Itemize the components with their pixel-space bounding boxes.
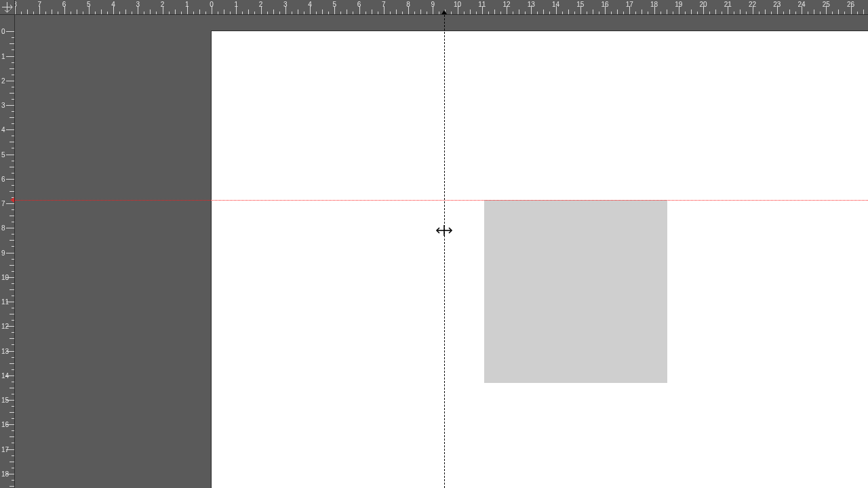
- ruler-h-tick-minor: [279, 12, 280, 14]
- ruler-h-tick-minor: [45, 12, 46, 14]
- ruler-v-label: 8: [1, 224, 5, 232]
- ruler-h-tick-minor: [328, 12, 329, 14]
- ruler-h-label: 17: [626, 1, 633, 8]
- ruler-h-tick-minor: [304, 12, 304, 14]
- ruler-h-tick-minor: [673, 12, 673, 14]
- ruler-v-tick-minor: [12, 443, 14, 443]
- guide-marker-horizontal[interactable]: [10, 197, 14, 203]
- vertical-guide[interactable]: [444, 15, 445, 488]
- ruler-h-label: 7: [382, 1, 386, 8]
- ruler-h-tick-minor: [635, 12, 636, 14]
- ruler-h-tick-minor: [494, 9, 495, 14]
- ruler-h-tick-minor: [77, 9, 77, 14]
- ruler-v-label: 5: [1, 150, 5, 158]
- ruler-v-tick-minor: [12, 308, 14, 308]
- ruler-v-tick-minor: [9, 314, 14, 314]
- ruler-v-tick-minor: [9, 436, 14, 437]
- ruler-v-tick-major: [6, 155, 14, 155]
- ruler-h-tick-minor: [648, 12, 648, 14]
- ruler-h-tick-minor: [402, 12, 403, 14]
- ruler-v-label: 3: [1, 102, 5, 109]
- ruler-h-label: 22: [749, 1, 756, 8]
- ruler-h-label: 13: [528, 1, 535, 8]
- ruler-h-tick-minor: [71, 12, 71, 14]
- ruler-h-tick-minor: [254, 12, 255, 14]
- ruler-origin-corner[interactable]: [0, 0, 15, 15]
- ruler-vertical[interactable]: 012345678910111213141516171819: [0, 15, 15, 488]
- ruler-v-tick-minor: [12, 62, 14, 63]
- ruler-v-tick-major: [6, 56, 14, 57]
- ruler-v-tick-minor: [12, 468, 14, 468]
- ruler-v-tick-minor: [12, 99, 14, 100]
- ruler-h-tick-minor: [734, 12, 734, 14]
- ruler-h-tick-minor: [574, 12, 575, 14]
- ruler-h-tick-minor: [316, 12, 317, 14]
- ruler-h-tick-minor: [273, 9, 274, 14]
- ruler-h-label: 10: [454, 1, 461, 8]
- ruler-h-tick-minor: [519, 9, 519, 14]
- ruler-h-tick-minor: [181, 12, 182, 14]
- ruler-h-label: 5: [87, 1, 91, 8]
- canvas-area[interactable]: [15, 15, 868, 488]
- ruler-v-label: 0: [1, 28, 5, 35]
- ruler-h-tick-minor: [353, 12, 353, 14]
- ruler-h-tick-minor: [715, 9, 716, 14]
- ruler-h-tick-minor: [832, 12, 833, 14]
- ruler-v-tick-minor: [9, 338, 14, 339]
- ruler-h-tick-minor: [156, 12, 157, 14]
- ruler-v-tick-minor: [9, 216, 14, 216]
- ruler-h-label: 3: [136, 1, 140, 8]
- ruler-h-tick-minor: [340, 12, 341, 14]
- ruler-v-tick-minor: [12, 382, 14, 382]
- ruler-h-tick-minor: [125, 9, 126, 14]
- grey-rectangle[interactable]: [484, 200, 667, 383]
- ruler-h-label: 21: [724, 1, 732, 8]
- ruler-v-tick-minor: [12, 49, 14, 50]
- guide-marker-vertical[interactable]: [441, 10, 447, 14]
- ruler-v-tick-minor: [12, 283, 14, 284]
- ruler-v-tick-minor: [9, 412, 14, 413]
- ruler-h-tick-minor: [390, 12, 391, 14]
- ruler-h-tick-minor: [464, 12, 465, 14]
- ruler-h-tick-minor: [248, 9, 249, 14]
- ruler-v-label: 7: [1, 200, 5, 207]
- ruler-h-tick-minor: [783, 12, 784, 14]
- ruler-v-label: 4: [1, 126, 5, 134]
- ruler-h-tick-minor: [52, 9, 52, 14]
- ruler-h-label: 8: [15, 1, 17, 8]
- ruler-v-tick-minor: [12, 320, 14, 321]
- ruler-v-tick-minor: [9, 486, 14, 487]
- ruler-h-tick-minor: [439, 12, 439, 14]
- ruler-v-tick-major: [6, 253, 14, 253]
- ruler-h-label: 11: [478, 1, 486, 8]
- ruler-h-tick-minor: [372, 9, 372, 14]
- horizontal-guide[interactable]: [15, 200, 868, 201]
- ruler-h-tick-minor: [771, 12, 772, 14]
- ruler-h-tick-minor: [230, 12, 231, 14]
- ruler-v-tick-major: [6, 203, 14, 204]
- ruler-v-tick-minor: [9, 93, 14, 94]
- ruler-h-tick-minor: [808, 12, 808, 14]
- ruler-h-tick-minor: [199, 9, 200, 14]
- ruler-h-tick-minor: [599, 12, 599, 14]
- ruler-h-tick-minor: [617, 9, 618, 14]
- ruler-h-tick-minor: [667, 9, 667, 14]
- ruler-v-tick-minor: [12, 406, 14, 407]
- ruler-v-tick-minor: [12, 173, 14, 174]
- ruler-h-tick-minor: [660, 12, 661, 14]
- ruler-h-tick-minor: [611, 12, 612, 14]
- ruler-v-tick-minor: [12, 222, 14, 222]
- ruler-h-tick-minor: [537, 12, 538, 14]
- ruler-h-tick-minor: [642, 9, 642, 14]
- ruler-h-tick-minor: [83, 12, 83, 14]
- ruler-h-label: 9: [431, 1, 435, 8]
- ruler-h-tick-minor: [101, 9, 102, 14]
- ruler-horizontal[interactable]: 8765432101234567891011121314151617181920…: [15, 0, 868, 15]
- ruler-h-tick-minor: [691, 9, 692, 14]
- ruler-h-tick-minor: [587, 12, 587, 14]
- ruler-v-tick-minor: [9, 363, 14, 364]
- ruler-h-label: 0: [210, 1, 214, 8]
- ruler-h-tick-minor: [396, 9, 397, 14]
- ruler-h-tick-minor: [420, 9, 421, 14]
- ruler-h-label: 15: [576, 1, 584, 8]
